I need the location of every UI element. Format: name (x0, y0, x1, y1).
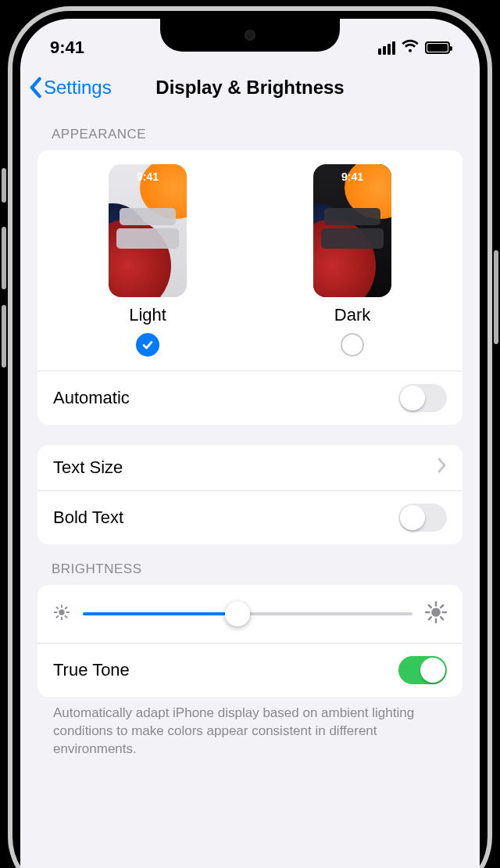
radio-dark-unselected[interactable] (341, 333, 364, 357)
back-label: Settings (44, 77, 112, 99)
thumb-time-light: 9:41 (109, 170, 187, 183)
automatic-label: Automatic (53, 388, 130, 408)
brightness-card: True Tone (38, 585, 462, 697)
side-button-volume-up (2, 227, 6, 289)
section-header-brightness: BRIGHTNESS (38, 544, 462, 585)
thumb-time-dark: 9:41 (313, 170, 391, 183)
device-frame: 9:41 Settings Display & Brightness APPEA… (8, 6, 492, 868)
bold-text-label: Bold Text (53, 508, 123, 528)
svg-line-6 (66, 616, 67, 618)
checkmark-icon (141, 339, 154, 351)
dark-preview-thumb: 9:41 (313, 164, 391, 297)
side-button-silent (2, 168, 6, 203)
svg-line-17 (441, 605, 443, 608)
svg-point-0 (59, 609, 64, 615)
text-card: Text Size Bold Text (38, 445, 462, 544)
radio-light-selected[interactable] (136, 333, 159, 357)
sun-max-icon (425, 601, 447, 626)
bold-text-switch[interactable] (398, 504, 447, 532)
nav-bar: Settings Display & Brightness (20, 63, 480, 109)
light-preview-thumb: 9:41 (109, 164, 187, 297)
true-tone-footer: Automatically adapt iPhone display based… (38, 697, 462, 759)
true-tone-row[interactable]: True Tone (38, 644, 462, 697)
automatic-switch[interactable] (398, 384, 447, 412)
appearance-label-light: Light (129, 305, 166, 325)
appearance-option-light[interactable]: 9:41 Light (109, 164, 187, 357)
wifi-icon (402, 38, 419, 58)
text-size-label: Text Size (53, 457, 123, 478)
chevron-left-icon (28, 77, 42, 99)
cellular-signal-icon (378, 41, 395, 55)
brightness-slider-row (38, 585, 462, 644)
bold-text-row[interactable]: Bold Text (38, 490, 462, 544)
svg-line-16 (429, 617, 431, 619)
svg-point-9 (431, 608, 441, 617)
svg-line-7 (56, 616, 58, 618)
side-button-power (494, 250, 498, 344)
text-size-row[interactable]: Text Size (38, 445, 462, 490)
true-tone-label: True Tone (53, 660, 130, 680)
back-button[interactable]: Settings (28, 77, 112, 99)
chevron-right-icon (438, 457, 447, 478)
automatic-row[interactable]: Automatic (38, 371, 462, 425)
appearance-card: 9:41 Light 9:41 (38, 150, 462, 425)
status-time: 9:41 (50, 38, 84, 58)
svg-line-15 (441, 617, 443, 619)
screen: 9:41 Settings Display & Brightness APPEA… (20, 19, 480, 868)
notch (160, 19, 340, 52)
brightness-slider[interactable] (83, 601, 412, 627)
svg-line-14 (429, 605, 431, 608)
section-header-appearance: APPEARANCE (38, 109, 462, 150)
svg-line-8 (66, 607, 67, 608)
side-button-volume-down (2, 305, 6, 368)
true-tone-switch[interactable] (398, 656, 447, 684)
appearance-option-dark[interactable]: 9:41 Dark (313, 164, 391, 357)
appearance-label-dark: Dark (334, 305, 370, 325)
battery-icon (425, 41, 450, 54)
svg-line-5 (56, 607, 58, 608)
sun-min-icon (53, 604, 70, 624)
